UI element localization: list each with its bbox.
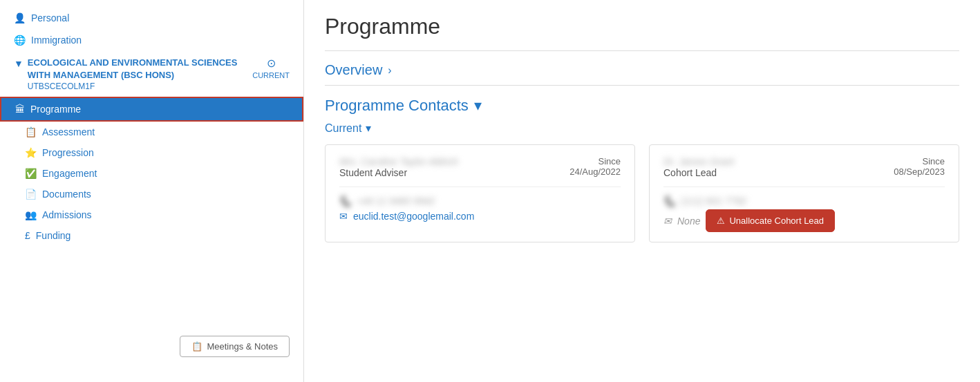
overview-section-header[interactable]: Overview › <box>325 62 959 78</box>
contact-1-email[interactable]: ✉ euclid.test@googlemail.com <box>339 211 621 222</box>
current-badge: ⊙ CURRENT <box>252 57 290 79</box>
contact-1-divider <box>339 187 621 187</box>
contact-1-role: Student Adviser <box>339 167 458 178</box>
chevron-down-icon: ▼ <box>14 58 23 69</box>
sidebar-item-funding[interactable]: £ Funding <box>0 225 303 246</box>
unallocate-label: Unallocate Cohort Lead <box>729 216 824 226</box>
contact-1-name: Mrs. Caroline Taylor-Aldrich <box>339 156 458 167</box>
sidebar-item-progression[interactable]: ⭐ Progression <box>0 142 303 163</box>
sidebar-item-documents-label: Documents <box>42 189 91 200</box>
programme-contacts-chevron-icon: ▾ <box>474 97 482 115</box>
contact-card-2-header: Dr. James Grant Cohort Lead Since 08/Sep… <box>663 156 945 178</box>
title-divider <box>325 50 959 51</box>
contact-1-since: Since 24/Aug/2022 <box>569 156 621 177</box>
check-icon: ✅ <box>25 168 37 179</box>
clipboard-icon: 📋 <box>25 126 37 137</box>
sidebar-item-assessment-label: Assessment <box>42 126 95 137</box>
sidebar-item-funding-label: Funding <box>36 230 71 241</box>
sidebar-item-admissions-label: Admissions <box>42 209 92 220</box>
current-subsection-header[interactable]: Current ▾ <box>325 122 959 135</box>
phone-icon-2: 📞 <box>663 195 675 207</box>
email-icon-2: ✉ <box>663 216 672 227</box>
sidebar-item-engagement[interactable]: ✅ Engagement <box>0 163 303 184</box>
programme-entry[interactable]: ▼ ECOLOGICAL AND ENVIRONMENTAL SCIENCES … <box>0 51 303 97</box>
pound-icon: £ <box>25 230 30 241</box>
contact-1-since-date: 24/Aug/2022 <box>569 166 621 177</box>
current-label: Current <box>325 122 361 135</box>
sidebar: 👤 Personal 🌐 Immigration ▼ ECOLOGICAL AN… <box>0 0 304 382</box>
contact-1-phone: 📞 +44 11 9460 9942 <box>339 195 621 207</box>
phone-icon-1: 📞 <box>339 195 351 207</box>
warning-icon: ⚠ <box>717 216 725 226</box>
sidebar-item-admissions[interactable]: 👥 Admissions <box>0 204 303 225</box>
contact-2-role: Cohort Lead <box>663 167 734 178</box>
sidebar-item-progression-label: Progression <box>42 147 94 158</box>
unallocate-cohort-lead-button[interactable]: ⚠ Unallocate Cohort Lead <box>707 211 833 231</box>
sidebar-item-personal[interactable]: 👤 Personal <box>0 7 303 29</box>
overview-chevron-icon: › <box>388 64 391 77</box>
page-title: Programme <box>325 14 959 39</box>
meetings-notes-label: Meetings & Notes <box>207 341 278 352</box>
document-icon: 📄 <box>25 189 37 200</box>
contact-2-since-date: 08/Sep/2023 <box>894 166 945 177</box>
current-chevron-icon: ▾ <box>366 122 371 135</box>
globe-icon: 🌐 <box>14 35 26 46</box>
main-content: Programme Overview › Programme Contacts … <box>304 0 980 382</box>
contact-2-phone: 📞 (111) 601 7782 <box>663 195 945 207</box>
email-icon-1: ✉ <box>339 211 348 222</box>
current-badge-label: CURRENT <box>252 71 290 79</box>
contact-1-since-label: Since <box>569 156 621 166</box>
person-icon: 👤 <box>14 12 26 23</box>
contact-2-phone-number: (111) 601 7782 <box>681 195 746 207</box>
programme-contacts-section-header[interactable]: Programme Contacts ▾ <box>325 97 959 115</box>
sidebar-item-personal-label: Personal <box>31 12 69 23</box>
overview-divider <box>325 85 959 86</box>
users-icon: 👥 <box>25 209 37 220</box>
sidebar-item-immigration[interactable]: 🌐 Immigration <box>0 29 303 51</box>
contact-2-since: Since 08/Sep/2023 <box>894 156 945 177</box>
sidebar-item-documents[interactable]: 📄 Documents <box>0 184 303 204</box>
contact-card-1-header: Mrs. Caroline Taylor-Aldrich Student Adv… <box>339 156 621 178</box>
contact-2-details: 📞 (111) 601 7782 ✉ None ⚠ Unallocate Coh… <box>663 195 945 231</box>
sidebar-item-programme-label: Programme <box>30 104 81 115</box>
building-icon: 🏛 <box>15 104 25 115</box>
meetings-notes-button[interactable]: 📋 Meetings & Notes <box>180 336 290 357</box>
contact-1-details: 📞 +44 11 9460 9942 ✉ euclid.test@googlem… <box>339 195 621 222</box>
contact-2-email-unallocate-row: ✉ None ⚠ Unallocate Cohort Lead <box>663 211 945 231</box>
meetings-icon: 📋 <box>191 341 202 352</box>
contact-card-2: Dr. James Grant Cohort Lead Since 08/Sep… <box>649 144 959 242</box>
contact-1-email-link[interactable]: euclid.test@googlemail.com <box>353 211 474 222</box>
contacts-grid: Mrs. Caroline Taylor-Aldrich Student Adv… <box>325 144 959 242</box>
current-dot-icon: ⊙ <box>267 57 276 70</box>
programme-code: UTBSCECOLM1F <box>28 82 252 91</box>
overview-label: Overview <box>325 62 382 78</box>
contact-2-divider <box>663 187 945 187</box>
sidebar-item-assessment[interactable]: 📋 Assessment <box>0 122 303 142</box>
programme-contacts-label: Programme Contacts <box>325 97 469 115</box>
star-icon: ⭐ <box>25 147 37 158</box>
contact-2-email-value: None <box>677 216 700 227</box>
sidebar-item-engagement-label: Engagement <box>42 168 97 179</box>
contact-card-1: Mrs. Caroline Taylor-Aldrich Student Adv… <box>325 144 635 242</box>
sidebar-item-immigration-label: Immigration <box>31 35 82 46</box>
contact-1-phone-number: +44 11 9460 9942 <box>357 195 435 207</box>
sidebar-item-programme[interactable]: 🏛 Programme <box>0 97 303 122</box>
contact-2-email-none: ✉ None <box>663 216 700 227</box>
programme-name: ECOLOGICAL AND ENVIRONMENTAL SCIENCES WI… <box>28 57 252 82</box>
contact-2-since-label: Since <box>894 156 945 166</box>
contact-2-name: Dr. James Grant <box>663 156 734 167</box>
